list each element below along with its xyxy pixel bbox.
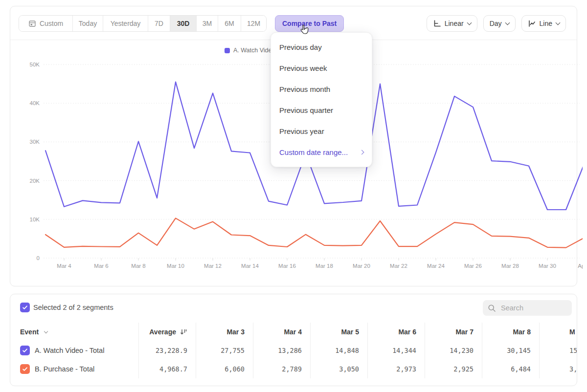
selected-segments-label: Selected 2 of 2 segments — [33, 304, 113, 311]
table-row-purchase[interactable]: B. Purchase - Total — [10, 360, 138, 378]
svg-text:30K: 30K — [30, 139, 40, 145]
compare-to-past-button[interactable]: Compare to Past — [275, 15, 344, 32]
row-checkbox[interactable] — [20, 364, 30, 374]
table-row-watch-video[interactable]: A. Watch Video - Total — [10, 341, 138, 360]
calendar-icon — [28, 20, 36, 27]
search-input[interactable] — [500, 304, 564, 312]
range-7d-button[interactable]: 7D — [148, 16, 170, 31]
average-column-header[interactable]: Average — [138, 323, 196, 341]
date-range-selector: Custom Today Yesterday 7D 30D 3M 6M 12M — [19, 15, 267, 32]
chevron-down-icon — [467, 20, 472, 25]
svg-text:Mar 6: Mar 6 — [94, 263, 108, 269]
svg-text:Apr 1: Apr 1 — [578, 263, 583, 269]
table-cell: 2,789 — [253, 360, 310, 378]
table-cell: 14,230 — [425, 341, 482, 360]
chart-controls: Linear Day Line — [427, 15, 566, 32]
date-column-header[interactable]: Mar 3 — [196, 323, 253, 341]
search-box[interactable] — [483, 300, 572, 316]
table-cell: 27,755 — [196, 341, 253, 360]
row-label: B. Purchase - Total — [35, 365, 94, 373]
date-column-header[interactable]: Mar 7 — [425, 323, 482, 341]
range-custom-button[interactable]: Custom — [19, 16, 73, 31]
date-column-header[interactable]: Mar 4 — [253, 323, 310, 341]
range-today-button[interactable]: Today — [73, 16, 103, 31]
segments-card: Selected 2 of 2 segments Event Average M… — [10, 294, 577, 386]
range-label: Custom — [40, 20, 63, 27]
chevron-down-icon — [44, 329, 48, 333]
chevron-down-icon — [556, 20, 561, 25]
legend-item-watch-video[interactable]: A. Watch Video — [225, 47, 275, 54]
svg-text:Mar 26: Mar 26 — [464, 263, 482, 269]
table-cell: 30,145 — [482, 341, 539, 360]
chevron-right-icon — [360, 150, 364, 155]
table-cell: 6,060 — [196, 360, 253, 378]
menu-item-previous-day[interactable]: Previous day — [271, 37, 372, 58]
segments-table: Event Average Mar 3 Mar 4 Mar 5 Mar 6 Ma… — [10, 323, 577, 378]
table-cell: 3,050 — [310, 360, 367, 378]
sort-descending-icon — [180, 328, 187, 336]
svg-text:Mar 28: Mar 28 — [501, 263, 519, 269]
date-column-header[interactable]: Mar 8 — [482, 323, 539, 341]
svg-text:Mar 22: Mar 22 — [390, 263, 407, 269]
analytics-dashboard: Custom Today Yesterday 7D 30D 3M 6M 12M … — [0, 0, 587, 392]
svg-text:Mar 14: Mar 14 — [241, 263, 259, 269]
row-label: A. Watch Video - Total — [35, 347, 104, 354]
table-cell: 4,968.7 — [138, 360, 196, 378]
date-column-header[interactable]: Mar 5 — [310, 323, 367, 341]
select-all-checkbox[interactable] — [20, 303, 30, 312]
svg-text:0: 0 — [37, 255, 40, 261]
svg-text:50K: 50K — [30, 62, 40, 67]
menu-item-custom-date-range[interactable]: Custom date range... — [271, 142, 372, 163]
range-6m-button[interactable]: 6M — [218, 16, 241, 31]
svg-text:Mar 30: Mar 30 — [539, 263, 556, 269]
svg-text:Mar 20: Mar 20 — [353, 263, 370, 269]
svg-text:Mar 12: Mar 12 — [204, 263, 222, 269]
menu-item-previous-year[interactable]: Previous year — [271, 121, 372, 142]
svg-text:Mar 18: Mar 18 — [316, 263, 333, 269]
table-cell-clipped: 15, — [539, 341, 577, 360]
interval-dropdown[interactable]: Day — [483, 15, 516, 32]
menu-item-previous-week[interactable]: Previous week — [271, 58, 372, 79]
search-icon — [488, 304, 496, 312]
scale-dropdown[interactable]: Linear — [427, 15, 477, 32]
svg-text:Mar 24: Mar 24 — [427, 263, 445, 269]
menu-item-previous-quarter[interactable]: Previous quarter — [271, 100, 372, 121]
svg-text:Mar 4: Mar 4 — [57, 263, 71, 269]
svg-text:Mar 10: Mar 10 — [167, 263, 184, 269]
chevron-down-icon — [505, 20, 510, 25]
svg-text:Mar 8: Mar 8 — [131, 263, 145, 269]
table-cell: 2,973 — [367, 360, 425, 378]
menu-item-previous-month[interactable]: Previous month — [271, 79, 372, 100]
table-cell: 14,848 — [310, 341, 367, 360]
svg-text:20K: 20K — [30, 178, 40, 184]
table-cell: 13,286 — [253, 341, 310, 360]
line-chart-icon — [528, 20, 536, 27]
range-30d-button[interactable]: 30D — [170, 16, 197, 31]
range-3m-button[interactable]: 3M — [197, 16, 218, 31]
event-column-header[interactable]: Event — [10, 323, 138, 341]
row-checkbox[interactable] — [20, 346, 30, 355]
table-cell: 6,484 — [482, 360, 539, 378]
table-cell: 23,228.9 — [138, 341, 196, 360]
range-yesterday-button[interactable]: Yesterday — [103, 16, 148, 31]
compare-to-past-menu: Previous day Previous week Previous mont… — [271, 32, 372, 167]
table-cell: 14,344 — [367, 341, 425, 360]
svg-text:40K: 40K — [30, 100, 40, 106]
series-a-swatch — [225, 48, 230, 53]
date-column-header[interactable]: Mar 6 — [367, 323, 425, 341]
table-cell-clipped: 3, — [539, 360, 577, 378]
segments-header: Selected 2 of 2 segments — [10, 294, 577, 323]
table-cell: 2,925 — [425, 360, 482, 378]
chart-type-dropdown[interactable]: Line — [521, 15, 566, 32]
svg-text:10K: 10K — [30, 217, 40, 222]
date-column-header-clipped[interactable]: M — [539, 323, 577, 341]
linear-axis-icon — [433, 20, 441, 27]
range-12m-button[interactable]: 12M — [241, 16, 266, 31]
svg-text:Mar 16: Mar 16 — [278, 263, 296, 269]
